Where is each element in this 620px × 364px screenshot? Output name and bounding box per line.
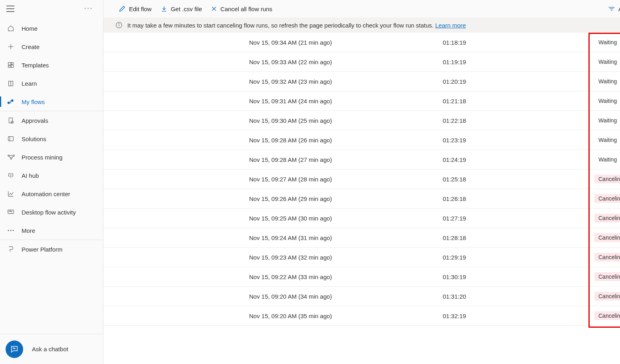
sidebar-item-automation[interactable]: Automation center (0, 185, 103, 203)
brain-icon (7, 172, 22, 179)
run-status: Canceling (594, 214, 620, 222)
sidebar-item-label: Power Platform (22, 246, 63, 253)
sidebar-item-label: Home (22, 25, 38, 32)
sidebar-item-learn[interactable]: Learn (0, 74, 103, 92)
get-csv-button[interactable]: Get .csv file (160, 5, 202, 12)
nav-list-top: Home Create Templates Learn (0, 19, 103, 111)
sidebar-item-create[interactable]: Create (0, 37, 103, 56)
run-duration: 01:29:19 (443, 254, 594, 261)
nav-list-pp: Power Platform (0, 240, 103, 258)
run-duration: 01:28:18 (443, 234, 594, 241)
book-icon (7, 80, 22, 87)
table-row[interactable]: Nov 15, 09:24 AM (31 min ago)01:28:18Can… (103, 228, 620, 248)
run-status: Waiting (594, 155, 620, 164)
chat-icon (10, 345, 19, 354)
sidebar-item-approvals[interactable]: Approvals (0, 111, 103, 130)
table-row[interactable]: Nov 15, 09:33 AM (22 min ago)01:19:19Wai… (103, 52, 620, 72)
run-status: Waiting (594, 38, 620, 47)
cmd-label: Cancel all flow runs (220, 6, 272, 12)
run-start-time: Nov 15, 09:30 AM (25 min ago) (249, 117, 443, 124)
table-row[interactable]: Nov 15, 09:28 AM (27 min ago)01:24:19Wai… (103, 150, 620, 169)
banner-msg: It may take a few minutes to start cance… (127, 22, 435, 29)
sidebar-item-label: Solutions (22, 136, 46, 142)
run-status: Canceling (594, 194, 620, 203)
sidebar-item-label: Process mining (22, 154, 63, 161)
svg-point-19 (10, 230, 12, 231)
svg-point-14 (8, 155, 10, 157)
sidebar-item-label: Create (22, 43, 40, 50)
svg-rect-13 (8, 137, 14, 141)
run-duration: 01:31:20 (443, 293, 594, 300)
filter-icon (608, 6, 615, 12)
hamburger-icon (6, 6, 14, 12)
home-icon (7, 25, 22, 32)
sidebar-item-desktop[interactable]: Desktop flow activity (0, 203, 103, 221)
table-row[interactable]: Nov 15, 09:20 AM (34 min ago)01:31:20Can… (103, 287, 620, 306)
table-row[interactable]: Nov 15, 09:34 AM (21 min ago)01:18:19Wai… (103, 33, 620, 52)
table-row[interactable]: Nov 15, 09:22 AM (33 min ago)01:30:19Can… (103, 267, 620, 287)
table-row[interactable]: Nov 15, 09:27 AM (28 min ago)01:25:18Can… (103, 169, 620, 189)
run-start-time: Nov 15, 09:28 AM (27 min ago) (249, 156, 443, 163)
table-row[interactable]: Nov 15, 09:20 AM (35 min ago)01:32:19Can… (103, 306, 620, 326)
svg-point-10 (11, 100, 13, 102)
table-row[interactable]: Nov 15, 09:25 AM (30 min ago)01:27:19Can… (103, 209, 620, 228)
run-start-time: Nov 15, 09:20 AM (35 min ago) (249, 313, 443, 319)
sidebar-item-label: Templates (22, 62, 49, 69)
learn-more-link[interactable]: Learn more (435, 22, 466, 29)
hamburger-menu[interactable] (6, 6, 14, 14)
run-start-time: Nov 15, 09:32 AM (23 min ago) (249, 78, 443, 85)
run-duration: 01:24:19 (443, 156, 594, 163)
templates-icon (7, 61, 22, 69)
run-status: Canceling (594, 253, 620, 262)
sidebar-item-more[interactable]: More (0, 221, 103, 240)
info-banner: It may take a few minutes to start cance… (103, 18, 620, 33)
run-duration: 01:26:18 (443, 195, 594, 202)
run-start-time: Nov 15, 09:25 AM (30 min ago) (249, 215, 443, 222)
run-start-time: Nov 15, 09:27 AM (28 min ago) (249, 176, 443, 183)
chatbot-label: Ask a chatbot (32, 346, 68, 352)
filter-all-runs[interactable]: All runs (608, 6, 620, 12)
nav-list-mid: Approvals Solutions Process mining AI hu… (0, 111, 103, 240)
table-row[interactable]: Nov 15, 09:28 AM (26 min ago)01:23:19Wai… (103, 130, 620, 150)
run-duration: 01:32:19 (443, 313, 594, 319)
run-status: Waiting (594, 96, 620, 105)
chatbot-button[interactable] (6, 340, 23, 358)
svg-point-18 (8, 230, 9, 231)
filter-label: All runs (618, 6, 620, 12)
table-row[interactable]: Nov 15, 09:23 AM (32 min ago)01:29:19Can… (103, 248, 620, 267)
table-row[interactable]: Nov 15, 09:30 AM (25 min ago)01:22:18Wai… (103, 111, 620, 130)
svg-rect-7 (11, 65, 13, 67)
chart-up-icon (7, 190, 22, 197)
cmd-label: Edit flow (129, 6, 152, 12)
run-status: Waiting (594, 57, 620, 66)
sidebar-item-myflows[interactable]: My flows (0, 92, 103, 111)
table-row[interactable]: Nov 15, 09:32 AM (23 min ago)01:20:19Wai… (103, 72, 620, 91)
run-status: Waiting (594, 77, 620, 86)
sidebar-item-solutions[interactable]: Solutions (0, 130, 103, 148)
sidebar-item-power-platform[interactable]: Power Platform (0, 240, 103, 258)
close-icon (211, 6, 217, 12)
table-row[interactable]: Nov 15, 09:31 AM (24 min ago)01:21:18Wai… (103, 91, 620, 111)
run-start-time: Nov 15, 09:31 AM (24 min ago) (249, 98, 443, 104)
sidebar-item-templates[interactable]: Templates (0, 56, 103, 74)
run-start-time: Nov 15, 09:34 AM (21 min ago) (249, 39, 443, 46)
run-start-time: Nov 15, 09:20 AM (34 min ago) (249, 293, 443, 300)
ellipsis-icon: ● ● ● (85, 7, 92, 9)
run-duration: 01:27:19 (443, 215, 594, 222)
run-duration: 01:19:19 (443, 59, 594, 65)
table-row[interactable]: Nov 15, 09:26 AM (29 min ago)01:26:18Can… (103, 189, 620, 209)
cancel-all-button[interactable]: Cancel all flow runs (211, 6, 272, 12)
edit-flow-button[interactable]: Edit flow (119, 5, 152, 12)
svg-point-29 (119, 24, 119, 24)
run-status: Waiting (594, 136, 620, 144)
power-platform-icon (7, 246, 22, 253)
run-duration: 01:22:18 (443, 117, 594, 124)
run-duration: 01:30:19 (443, 273, 594, 280)
cmd-label: Get .csv file (171, 6, 202, 12)
run-status: Canceling (594, 311, 620, 320)
sidebar-item-home[interactable]: Home (0, 19, 103, 37)
svg-rect-6 (11, 63, 13, 65)
sidebar-item-label: Desktop flow activity (22, 209, 76, 216)
sidebar-item-process[interactable]: Process mining (0, 148, 103, 166)
sidebar-item-ai[interactable]: AI hub (0, 166, 103, 185)
